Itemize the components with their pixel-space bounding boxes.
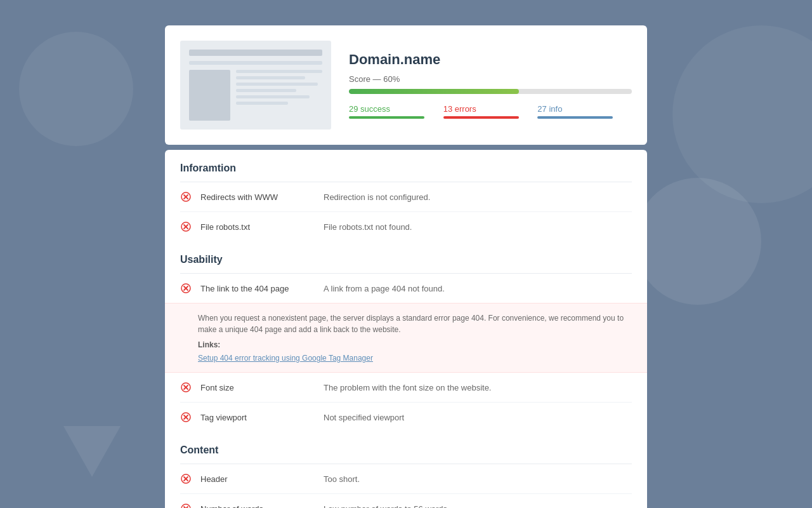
check-label-fontsize: Font size (200, 383, 315, 392)
score-line: Score — 60% (349, 74, 632, 84)
error-icon (180, 503, 192, 508)
check-row-words: Number of words Low number of words to 5… (180, 494, 632, 508)
check-row-viewport: Tag viewport Not specified viewport (180, 403, 632, 432)
stat-success-bar (349, 116, 424, 119)
top-card: Domain.name Score — 60% 29 success 13 er… (165, 25, 647, 145)
error-icon (180, 382, 192, 393)
check-label-redirects: Redirects with WWW (200, 192, 315, 202)
section-usability: Usability The link to the 404 page A lin… (165, 241, 647, 303)
info-box-text: When you request a nonexistent page, the… (198, 312, 632, 335)
info-box-link[interactable]: Setup 404 error tracking using Google Ta… (198, 354, 373, 363)
site-title: Domain.name (349, 51, 632, 68)
section-content: Content Header Too short. (165, 432, 647, 508)
section-content-title: Content (180, 444, 632, 464)
check-label-words: Number of words (200, 504, 315, 509)
site-preview (180, 41, 331, 130)
stats-row: 29 success 13 errors 27 info (349, 104, 632, 119)
stat-success: 29 success (349, 104, 443, 119)
bg-decoration-circle (634, 178, 761, 305)
check-label-viewport: Tag viewport (200, 413, 315, 422)
check-row-robots: File robots.txt File robots.txt not foun… (180, 212, 632, 241)
check-desc-redirects: Redirection is not configured. (324, 192, 632, 202)
preview-line (236, 89, 296, 92)
stat-info: 27 info (537, 104, 632, 119)
site-info: Domain.name Score — 60% 29 success 13 er… (349, 51, 632, 119)
svg-point-18 (181, 504, 190, 508)
section-information: Inforamtion Redirects with WWW Redirecti… (165, 150, 647, 241)
stat-error-bar (443, 116, 519, 119)
check-row-404: The link to the 404 page A link from a p… (180, 274, 632, 303)
bg-decoration-large (672, 25, 812, 203)
bg-decoration-triangle (63, 426, 121, 477)
check-row-fontsize: Font size The problem with the font size… (180, 373, 632, 403)
preview-line (236, 76, 305, 79)
error-icon (180, 473, 192, 485)
score-bar-container (349, 89, 632, 94)
check-desc-words: Low number of words to 56 words. (324, 504, 632, 509)
error-icon (180, 283, 192, 294)
bg-decoration-medium (19, 32, 133, 146)
check-desc-404: A link from a page 404 not found. (324, 284, 632, 293)
preview-content (236, 70, 322, 121)
section-information-title: Inforamtion (180, 163, 632, 182)
preview-line (236, 70, 322, 73)
preview-line (236, 95, 310, 98)
info-box-404: When you request a nonexistent page, the… (165, 303, 647, 373)
check-label-header: Header (200, 474, 315, 484)
check-row-header: Header Too short. (180, 464, 632, 494)
check-desc-robots: File robots.txt not found. (324, 222, 632, 232)
section-usability-title: Usability (180, 254, 632, 274)
section-usability-after: Font size The problem with the font size… (165, 373, 647, 432)
score-bar-fill (349, 89, 519, 94)
stat-info-label: 27 info (537, 104, 632, 114)
stat-error: 13 errors (443, 104, 538, 119)
stat-success-label: 29 success (349, 104, 443, 114)
main-container: Domain.name Score — 60% 29 success 13 er… (165, 25, 647, 508)
check-row-redirects: Redirects with WWW Redirection is not co… (180, 182, 632, 212)
check-desc-fontsize: The problem with the font size on the we… (324, 383, 632, 392)
preview-line (236, 83, 318, 86)
stat-error-label: 13 errors (443, 104, 538, 114)
stat-info-bar (537, 116, 613, 119)
error-icon (180, 411, 192, 423)
error-icon (180, 221, 192, 232)
check-desc-viewport: Not specified viewport (324, 413, 632, 422)
content-card: Inforamtion Redirects with WWW Redirecti… (165, 150, 647, 508)
check-label-robots: File robots.txt (200, 222, 315, 232)
error-icon (180, 191, 192, 203)
check-label-404: The link to the 404 page (200, 284, 315, 293)
info-box-links-label: Links: (198, 340, 632, 349)
preview-sidebar (189, 70, 230, 121)
check-desc-header: Too short. (324, 474, 632, 484)
preview-line (236, 102, 288, 105)
